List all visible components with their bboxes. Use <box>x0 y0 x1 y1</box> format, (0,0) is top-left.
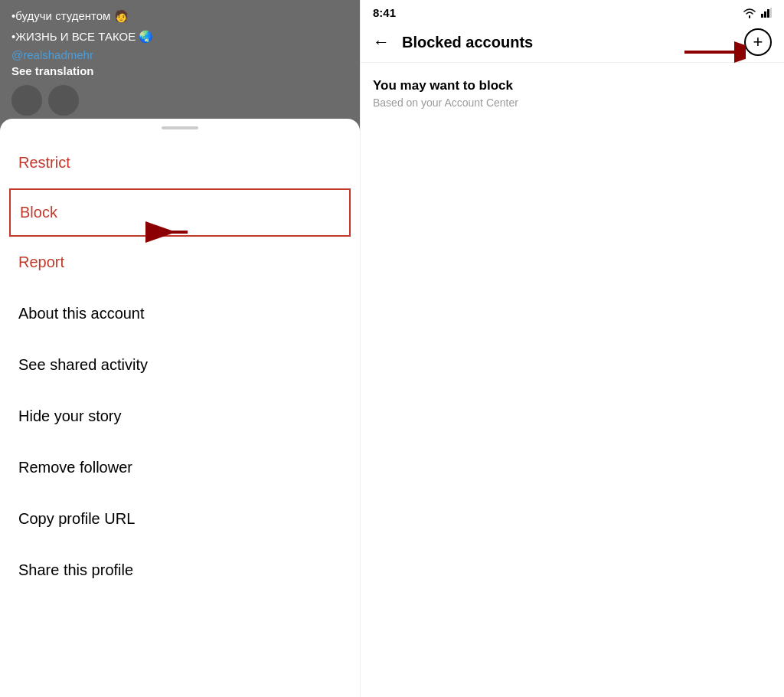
right-panel: 8:41 ← Blocked accounts + You may want t… <box>360 0 784 697</box>
post-text-line2: •ЖИЗНЬ И ВСЕ ТАКОЕ 🌏 <box>11 28 348 46</box>
add-block-button[interactable]: + <box>744 28 772 56</box>
profile-link[interactable]: @realshadmehr <box>11 48 348 61</box>
status-bar: 8:41 <box>361 0 784 22</box>
avatar-2 <box>48 85 79 116</box>
svg-rect-5 <box>770 8 772 18</box>
post-text-line1: •будучи студентом 🧑 <box>11 8 348 25</box>
svg-rect-2 <box>761 14 763 18</box>
menu-item-remove-follower[interactable]: Remove follower <box>0 442 360 493</box>
menu-list: Restrict Block Report About this account… <box>0 129 360 596</box>
menu-item-restrict[interactable]: Restrict <box>0 137 360 188</box>
red-arrow-block <box>138 213 191 254</box>
signal-icon <box>761 8 772 18</box>
svg-rect-4 <box>767 9 769 18</box>
menu-item-copy-url[interactable]: Copy profile URL <box>0 493 360 545</box>
menu-item-share-profile[interactable]: Share this profile <box>0 545 360 596</box>
section-title: You may want to block <box>373 78 772 93</box>
status-time: 8:41 <box>373 6 396 19</box>
status-icons <box>743 8 772 18</box>
menu-item-shared-activity[interactable]: See shared activity <box>0 339 360 391</box>
see-translation-button[interactable]: See translation <box>11 64 348 77</box>
svg-rect-3 <box>764 11 766 18</box>
menu-item-hide-story[interactable]: Hide your story <box>0 391 360 442</box>
section-subtitle: Based on your Account Center <box>373 97 772 109</box>
back-button[interactable]: ← <box>373 32 390 52</box>
red-arrow-add <box>677 29 746 78</box>
bottom-sheet: Restrict Block Report About this account… <box>0 119 360 697</box>
wifi-icon <box>743 8 756 18</box>
menu-item-about[interactable]: About this account <box>0 288 360 339</box>
avatar <box>11 85 42 116</box>
